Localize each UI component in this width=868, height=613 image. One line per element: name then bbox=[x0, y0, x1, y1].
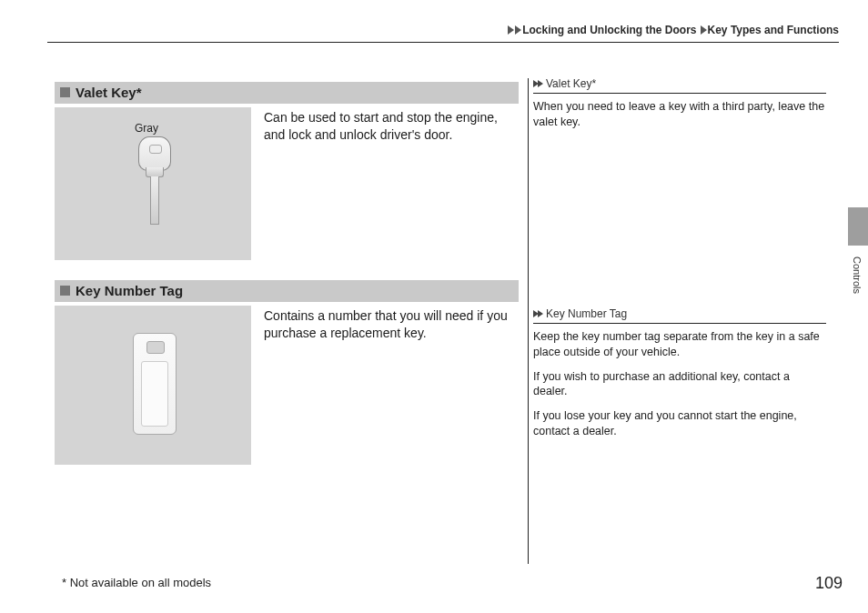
note-paragraph: If you wish to purchase an additional ke… bbox=[533, 369, 826, 400]
crumb-2: Key Types and Functions bbox=[708, 24, 839, 36]
note-text: When you need to leave a key with a thir… bbox=[533, 99, 826, 130]
note-block: Key Number Tag Keep the key number tag s… bbox=[533, 307, 826, 439]
section-tab bbox=[848, 207, 868, 246]
notes-column: Valet Key* When you need to leave a key … bbox=[533, 77, 826, 448]
key-head-icon bbox=[138, 136, 171, 171]
triangle-right-icon bbox=[538, 310, 543, 317]
section-tab-label: Controls bbox=[852, 256, 863, 294]
note-block: Valet Key* When you need to leave a key … bbox=[533, 77, 826, 130]
key-tag-illustration bbox=[55, 306, 251, 465]
illustration-label: Gray bbox=[135, 122, 158, 135]
key-blade-icon bbox=[150, 176, 159, 225]
note-paragraph: Keep the key number tag separate from th… bbox=[533, 329, 826, 360]
section-title: Key Number Tag bbox=[76, 283, 183, 298]
triangle-right-icon bbox=[701, 25, 707, 35]
section-heading-valet-key: Valet Key* bbox=[55, 82, 519, 104]
section-title: Valet Key* bbox=[76, 85, 142, 100]
note-heading: Valet Key* bbox=[533, 77, 826, 94]
note-text: Keep the key number tag separate from th… bbox=[533, 329, 826, 439]
square-bullet-icon bbox=[60, 87, 70, 97]
tag-hole-icon bbox=[146, 341, 165, 354]
page-number: 109 bbox=[815, 574, 843, 593]
section-text: Can be used to start and stop the engine… bbox=[264, 107, 519, 144]
square-bullet-icon bbox=[60, 286, 70, 296]
note-title: Valet Key* bbox=[546, 77, 596, 90]
section-heading-key-number-tag: Key Number Tag bbox=[55, 280, 519, 302]
triangle-right-icon bbox=[538, 80, 543, 87]
column-divider bbox=[528, 78, 529, 564]
main-column: Valet Key* Gray Can be used to start and… bbox=[55, 82, 519, 485]
tag-inner-icon bbox=[141, 361, 168, 427]
triangle-right-icon bbox=[515, 25, 521, 35]
breadcrumb: Locking and Unlocking the Doors Key Type… bbox=[508, 24, 839, 36]
manual-page: Locking and Unlocking the Doors Key Type… bbox=[0, 0, 868, 613]
footnote: * Not available on all models bbox=[62, 576, 211, 589]
triangle-right-icon bbox=[508, 25, 514, 35]
section-text: Contains a number that you will need if … bbox=[264, 306, 519, 342]
note-paragraph: If you lose your key and you cannot star… bbox=[533, 408, 826, 439]
section-body: Gray Can be used to start and stop the e… bbox=[55, 107, 519, 260]
note-heading: Key Number Tag bbox=[533, 307, 826, 324]
tag-icon bbox=[133, 333, 177, 435]
header-rule bbox=[47, 42, 839, 43]
section-body: Contains a number that you will need if … bbox=[55, 306, 519, 465]
note-title: Key Number Tag bbox=[546, 307, 627, 320]
valet-key-illustration: Gray bbox=[55, 107, 251, 260]
crumb-1: Locking and Unlocking the Doors bbox=[522, 24, 696, 36]
